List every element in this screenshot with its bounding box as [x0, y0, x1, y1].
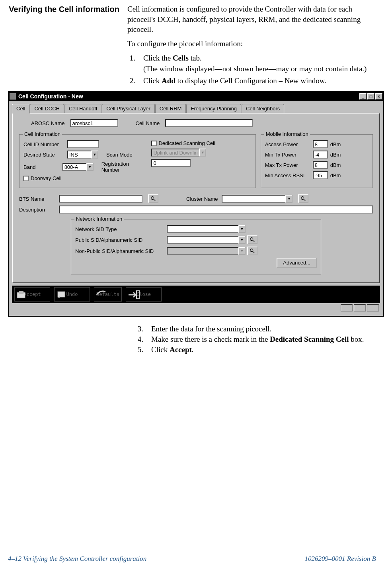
chevron-down-icon[interactable]: ▼: [86, 163, 94, 171]
access-power-label: Access Power: [265, 141, 313, 147]
tab-cell[interactable]: Cell: [12, 104, 29, 114]
tab-cell-rrm[interactable]: Cell RRM: [155, 104, 186, 113]
close-tool-button[interactable]: Close: [126, 287, 162, 302]
step-number: 5.: [135, 345, 151, 354]
svg-line-7: [253, 251, 254, 253]
cluster-name-combo[interactable]: ▼: [222, 195, 293, 203]
magnifier-icon: [250, 237, 255, 243]
step-number: 4.: [135, 335, 151, 344]
status-cell: [341, 304, 353, 311]
accept-button[interactable]: Accept: [14, 287, 50, 302]
band-combo[interactable]: 800-A ▼: [62, 163, 94, 171]
min-tx-power-label: Min Tx Power: [265, 152, 313, 158]
desired-state-combo[interactable]: INS ▼: [67, 151, 98, 159]
arosc-name-input[interactable]: arosbsc1: [70, 119, 118, 127]
intro-paragraph-1: Cell information is configured to provid…: [127, 4, 376, 35]
registration-number-input[interactable]: 0: [151, 159, 191, 167]
magnifier-icon: [150, 196, 156, 202]
max-tx-power-label: Max Tx Power: [265, 162, 313, 168]
magnifier-icon: [300, 196, 306, 202]
undo-button[interactable]: Undo: [54, 287, 90, 302]
svg-rect-9: [19, 291, 23, 294]
footer-right: 1026209–0001 Revision B: [305, 555, 376, 563]
bts-lookup-button[interactable]: [148, 194, 158, 203]
tab-strip: Cell Cell DCCH Cell Handoff Cell Physica…: [12, 104, 380, 113]
svg-point-4: [250, 238, 253, 241]
bts-name-label: BTS Name: [19, 196, 55, 202]
min-access-rssi-label: Min Access RSSI: [265, 172, 313, 178]
close-button[interactable]: ×: [375, 93, 382, 100]
tab-cell-dcch[interactable]: Cell DCCH: [30, 104, 64, 113]
accept-icon: [16, 289, 27, 300]
cell-id-label: Cell ID Number: [23, 141, 67, 147]
network-sid-type-label: Network SID Type: [75, 226, 167, 232]
defaults-icon: [96, 289, 107, 297]
step-subtext: (The window displayed—not shown here—may…: [143, 64, 376, 74]
chevron-down-icon[interactable]: ▼: [238, 225, 246, 233]
min-tx-power-input[interactable]: -4: [313, 151, 328, 159]
bts-name-input[interactable]: [59, 195, 142, 203]
cell-name-input[interactable]: [165, 119, 253, 127]
svg-point-0: [151, 197, 154, 200]
public-sid-combo[interactable]: ▼: [167, 236, 246, 244]
doorway-cell-checkbox[interactable]: [23, 176, 29, 181]
tab-cell-physical-layer[interactable]: Cell Physical Layer: [102, 104, 155, 113]
cell-config-window: Cell Configuration - New _ □ × Cell Cell…: [8, 91, 384, 317]
svg-line-1: [154, 199, 155, 201]
dedicated-scanning-label: Dedicated Scanning Cell: [158, 140, 215, 146]
status-bar: [12, 303, 380, 313]
status-cell: [354, 304, 366, 311]
tab-cell-handoff[interactable]: Cell Handoff: [64, 104, 101, 113]
desired-state-label: Desired State: [23, 152, 67, 158]
band-label: Band: [23, 164, 62, 170]
intro-body: Cell information is configured to provid…: [127, 4, 376, 87]
nonpublic-sid-label: Non-Public SID/Alphanumeric SID: [75, 248, 167, 254]
arosc-name-label: AROSC Name: [31, 120, 65, 126]
mobile-information-legend: Mobile Information: [264, 131, 310, 137]
cell-id-input[interactable]: [67, 140, 99, 148]
svg-point-6: [250, 249, 253, 252]
svg-point-11: [104, 291, 105, 292]
tab-cell-neighbors[interactable]: Cell Neighbors: [242, 104, 284, 113]
access-power-input[interactable]: 8: [313, 140, 328, 148]
tab-frequency-planning[interactable]: Frequency Planning: [186, 104, 241, 113]
advanced-button[interactable]: Advanced...: [277, 258, 317, 268]
step-number: 3.: [135, 325, 151, 333]
svg-rect-10: [58, 292, 65, 297]
close-icon: [128, 289, 141, 300]
unit-dbm: dBm: [330, 141, 341, 147]
dedicated-scanning-checkbox[interactable]: [151, 141, 157, 146]
action-toolbar: Accept Undo Defaults Close: [12, 286, 380, 303]
maximize-button[interactable]: □: [367, 93, 374, 100]
network-information-legend: Network Information: [74, 216, 124, 222]
chevron-down-icon[interactable]: ▼: [285, 195, 293, 203]
doorway-cell-label: Doorway Cell: [31, 175, 61, 181]
intro-paragraph-2: To configure the picocell information:: [127, 39, 376, 49]
chevron-down-icon[interactable]: ▼: [238, 236, 246, 244]
scan-mode-label: Scan Mode: [106, 152, 133, 158]
step-number: 2.: [127, 76, 143, 86]
window-titlebar[interactable]: Cell Configuration - New _ □ ×: [9, 92, 383, 101]
svg-rect-12: [137, 291, 140, 299]
public-sid-lookup-button[interactable]: [247, 235, 257, 244]
cluster-lookup-button[interactable]: [298, 194, 308, 203]
scan-mode-combo: Uplink and Downlin ▼: [151, 149, 206, 157]
cell-information-legend: Cell Information: [23, 131, 62, 137]
nonpublic-sid-lookup-button[interactable]: [247, 247, 257, 255]
status-cell: [367, 304, 379, 311]
nonpublic-sid-combo: ▼: [167, 247, 246, 255]
window-title: Cell Configuration - New: [18, 93, 83, 100]
min-access-rssi-input[interactable]: -95: [313, 171, 328, 179]
description-input[interactable]: [59, 206, 373, 214]
max-tx-power-input[interactable]: 8: [313, 161, 328, 169]
magnifier-icon: [250, 248, 255, 254]
defaults-button[interactable]: Defaults: [94, 287, 122, 302]
public-sid-label: Public SID/Alphanumeric SID: [75, 237, 167, 243]
system-menu-icon[interactable]: [10, 93, 16, 100]
section-heading: Verifying the Cell information: [8, 4, 119, 87]
chevron-down-icon[interactable]: ▼: [91, 151, 98, 159]
chevron-down-icon: ▼: [199, 149, 206, 157]
cell-name-label: Cell Name: [136, 120, 160, 126]
network-sid-type-combo[interactable]: ▼: [167, 225, 246, 233]
minimize-button[interactable]: _: [359, 93, 367, 100]
